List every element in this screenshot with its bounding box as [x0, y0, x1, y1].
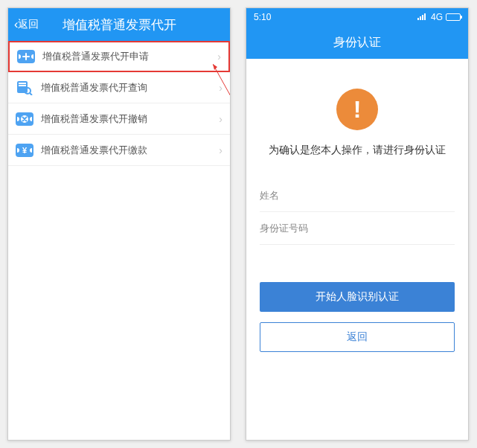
page-title: 身份认证: [333, 35, 381, 51]
id-number-field[interactable]: 身份证号码: [260, 212, 455, 245]
field-label: 姓名: [260, 189, 279, 202]
status-time: 5:10: [254, 12, 271, 22]
menu-list: 增值税普通发票代开申请 › 增值税普通发票代开查询 ›: [8, 41, 230, 166]
svg-text:¥: ¥: [22, 146, 28, 155]
document-search-icon: [16, 80, 33, 95]
ticket-cancel-icon: [16, 112, 33, 127]
signal-icon: [417, 12, 428, 22]
chevron-right-icon: ›: [219, 113, 223, 125]
ticket-payment-icon: ¥: [16, 143, 33, 158]
exclamation-icon: !: [336, 89, 378, 130]
auth-body: ! 为确认是您本人操作，请进行身份认证 姓名 身份证号码 开始人脸识别认证 返回: [246, 89, 468, 352]
svg-rect-13: [420, 16, 421, 20]
button-label: 返回: [347, 330, 368, 344]
header-bar: ‹ 返回 增值税普通发票代开: [8, 8, 230, 41]
button-label: 开始人脸识别认证: [316, 290, 399, 304]
menu-item-apply[interactable]: 增值税普通发票代开申请 ›: [8, 41, 230, 72]
chevron-right-icon: ›: [217, 51, 221, 63]
chevron-right-icon: ›: [219, 144, 223, 156]
svg-rect-3: [19, 85, 26, 86]
status-bar: 5:10 4G: [246, 8, 468, 26]
battery-icon: [446, 13, 461, 21]
status-right: 4G: [417, 12, 461, 22]
svg-line-5: [30, 93, 32, 95]
auth-message: 为确认是您本人操作，请进行身份认证: [260, 144, 455, 157]
svg-rect-15: [424, 13, 426, 20]
header-bar: 身份认证: [246, 26, 468, 59]
page-title: 增值税普通发票代开: [8, 16, 230, 33]
return-button[interactable]: 返回: [260, 322, 455, 352]
menu-item-label: 增值税普通发票代开查询: [41, 81, 219, 95]
ticket-plus-icon: [17, 49, 35, 64]
phone-menu-screen: ‹ 返回 增值税普通发票代开 增值税普通发票代开申请 ›: [7, 7, 231, 441]
phone-auth-screen: 5:10 4G 身份认证 ! 为确认是您本人操作，请进行身份认证 姓名 身份证号…: [246, 7, 469, 441]
chevron-right-icon: ›: [219, 82, 223, 94]
svg-rect-2: [19, 83, 26, 84]
menu-item-payment[interactable]: ¥ 增值税普通发票代开缴款 ›: [8, 135, 230, 166]
svg-rect-14: [422, 15, 423, 20]
menu-item-cancel[interactable]: 增值税普通发票代开撤销 ›: [8, 103, 230, 135]
menu-item-label: 增值税普通发票代开撤销: [41, 112, 219, 126]
menu-item-label: 增值税普通发票代开缴款: [41, 144, 219, 157]
menu-item-query[interactable]: 增值税普通发票代开查询 ›: [8, 72, 230, 103]
back-button[interactable]: ‹ 返回: [14, 18, 39, 31]
name-field[interactable]: 姓名: [260, 179, 455, 212]
svg-rect-12: [417, 18, 419, 20]
start-face-auth-button[interactable]: 开始人脸识别认证: [260, 282, 455, 312]
back-label: 返回: [18, 18, 39, 31]
menu-item-label: 增值税普通发票代开申请: [42, 50, 217, 63]
network-label: 4G: [431, 12, 443, 22]
field-label: 身份证号码: [260, 222, 308, 235]
